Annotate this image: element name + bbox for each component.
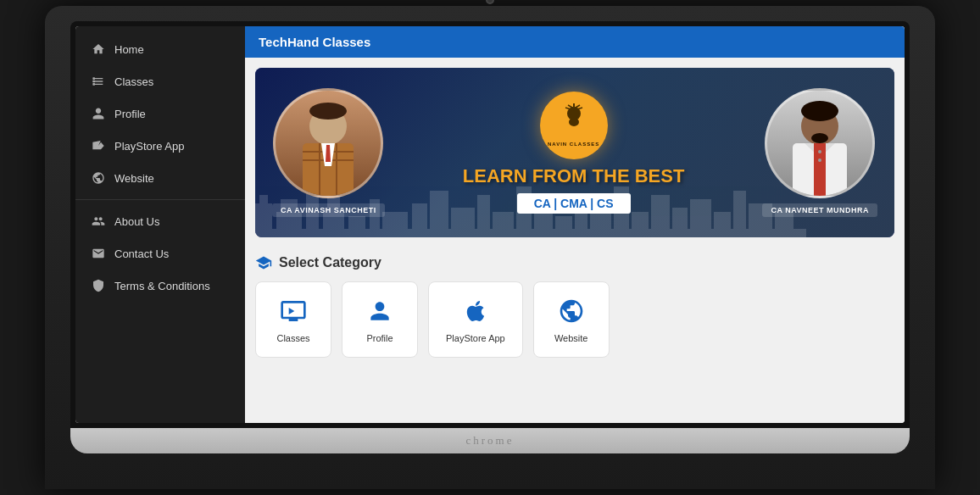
profile-icon	[91, 106, 106, 121]
profile-card-label: Profile	[366, 333, 393, 343]
app-title: TechHand Classes	[259, 35, 370, 49]
sidebar-label-contact: Contact Us	[114, 248, 169, 260]
sidebar-item-terms[interactable]: Terms & Conditions	[75, 270, 245, 302]
website-card-label: Website	[554, 333, 588, 343]
banner-title: LEARN FROM THE BEST	[463, 166, 685, 186]
sidebar-item-playstore[interactable]: PlayStore App	[75, 130, 245, 162]
sidebar-item-profile[interactable]: Profile	[75, 97, 245, 130]
app-header: TechHand Classes	[245, 26, 905, 58]
playstore-card-label: PlayStore App	[446, 333, 505, 343]
profile-card-icon	[365, 296, 395, 326]
navin-logo-text: NAVIN CLASSES	[548, 142, 599, 147]
category-title-text: Select Category	[279, 255, 381, 270]
svg-point-34	[309, 103, 347, 120]
sidebar-label-playstore: PlayStore App	[114, 140, 184, 153]
laptop-base: chrome	[70, 428, 910, 453]
screen-bezel: Home Classes	[70, 21, 910, 428]
category-card-profile[interactable]: Profile	[342, 281, 418, 358]
navin-logo: NAVIN CLASSES	[540, 92, 608, 159]
terms-icon	[91, 278, 106, 293]
person1-name: CA AVINASH SANCHETI	[272, 203, 385, 217]
sidebar-label-home: Home	[114, 43, 144, 56]
sidebar-label-classes: Classes	[114, 75, 153, 88]
select-category-section: Select Category	[255, 251, 894, 368]
banner-center: NAVIN CLASSES LEARN FROM THE BEST CA | C…	[463, 92, 685, 214]
about-icon	[91, 214, 106, 229]
person2-name: CA NAVNEET MUNDHRA	[762, 203, 877, 217]
category-card-website[interactable]: Website	[533, 281, 610, 358]
person2-figure	[769, 94, 871, 196]
person1-section: CA AVINASH SANCHETI	[272, 88, 385, 217]
website-card-icon	[556, 296, 587, 326]
person1-circle	[273, 88, 383, 198]
classes-icon	[91, 74, 106, 89]
sidebar-label-website: Website	[114, 172, 154, 185]
main-body: CA AVINASH SANCHETI	[245, 58, 905, 423]
svg-point-49	[571, 114, 576, 120]
banner-content: CA AVINASH SANCHETI	[255, 88, 894, 217]
sidebar-label-about: About Us	[114, 215, 159, 228]
sidebar-label-profile: Profile	[114, 108, 146, 120]
person1-figure	[277, 94, 379, 196]
category-title: Select Category	[255, 254, 894, 271]
sidebar-item-about[interactable]: About Us	[75, 205, 245, 237]
svg-marker-41	[326, 145, 331, 162]
svg-point-51	[801, 101, 838, 121]
classes-card-icon	[278, 296, 309, 326]
sidebar-item-classes[interactable]: Classes	[75, 65, 245, 97]
banner: CA AVINASH SANCHETI	[255, 68, 894, 237]
person2-section: CA NAVNEET MUNDHRA	[762, 88, 877, 217]
category-card-playstore[interactable]: PlayStore App	[428, 281, 523, 358]
svg-rect-1	[92, 81, 95, 83]
website-icon	[91, 170, 106, 186]
sidebar-item-website[interactable]: Website	[75, 162, 245, 194]
sidebar: Home Classes	[75, 26, 245, 423]
logo-svg	[553, 103, 595, 142]
banner-subtitle-box: CA | CMA | CS	[517, 193, 631, 214]
webcam	[486, 0, 494, 4]
home-icon	[91, 42, 106, 57]
sidebar-label-terms: Terms & Conditions	[114, 280, 210, 292]
graduation-cap-icon	[255, 254, 272, 271]
playstore-card-icon	[460, 296, 491, 326]
app-container: Home Classes	[75, 26, 905, 423]
svg-rect-0	[92, 77, 95, 80]
category-card-classes[interactable]: Classes	[255, 281, 331, 358]
sidebar-item-home[interactable]: Home	[75, 33, 245, 65]
sidebar-item-contact[interactable]: Contact Us	[75, 237, 245, 270]
laptop-shell: Home Classes	[45, 6, 935, 489]
svg-point-52	[811, 133, 828, 143]
category-cards: Classes Profile	[255, 281, 894, 358]
svg-point-58	[818, 159, 821, 162]
screen: Home Classes	[75, 26, 905, 423]
svg-rect-2	[92, 83, 95, 86]
svg-point-57	[818, 150, 821, 153]
classes-card-label: Classes	[276, 333, 309, 343]
main-content: TechHand Classes	[245, 26, 905, 423]
sidebar-divider	[75, 199, 245, 200]
person2-circle	[765, 88, 875, 198]
chrome-label: chrome	[466, 434, 515, 448]
playstore-icon	[91, 138, 106, 153]
contact-icon	[91, 246, 106, 261]
svg-rect-32	[255, 229, 806, 237]
banner-subtitle: CA | CMA | CS	[534, 197, 614, 210]
